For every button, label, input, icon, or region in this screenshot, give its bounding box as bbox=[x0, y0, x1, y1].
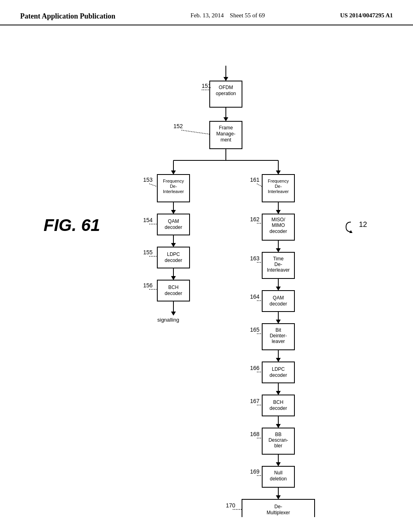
svg-marker-53 bbox=[276, 320, 281, 324]
signalling-label: signalling bbox=[157, 317, 179, 323]
svg-marker-7 bbox=[171, 170, 176, 175]
svg-text:Bit: Bit bbox=[275, 327, 282, 333]
svg-marker-36 bbox=[276, 210, 281, 214]
box-151-text2: operation bbox=[216, 91, 236, 96]
svg-text:Interleaver: Interleaver bbox=[268, 189, 289, 194]
svg-text:Deinter-: Deinter- bbox=[270, 333, 287, 339]
svg-text:MIMO: MIMO bbox=[272, 222, 285, 228]
box-151-text1: OFDM bbox=[219, 85, 233, 90]
num-162: 162 bbox=[250, 216, 260, 222]
svg-text:Descran-: Descran- bbox=[269, 437, 288, 443]
svg-marker-20 bbox=[171, 243, 176, 247]
svg-marker-25 bbox=[171, 276, 176, 280]
num-151: 151 bbox=[202, 83, 211, 89]
svg-text:MISO/: MISO/ bbox=[271, 217, 286, 222]
patent-number: US 2014/0047295 A1 bbox=[340, 12, 393, 19]
svg-text:Frequency: Frequency bbox=[268, 179, 289, 183]
pub-date: Feb. 13, 2014 bbox=[190, 12, 224, 19]
num-153: 153 bbox=[143, 177, 153, 183]
ref-12-arc bbox=[346, 222, 351, 232]
svg-marker-0 bbox=[223, 77, 228, 81]
num-163: 163 bbox=[250, 255, 260, 262]
fig-label: FIG. 61 bbox=[44, 216, 100, 235]
svg-marker-9 bbox=[276, 170, 281, 175]
svg-marker-69 bbox=[276, 424, 281, 428]
svg-text:decoder: decoder bbox=[269, 405, 287, 411]
svg-text:decoder: decoder bbox=[165, 224, 182, 230]
num-169: 169 bbox=[250, 468, 260, 475]
num-170: 170 bbox=[226, 502, 236, 509]
svg-line-5 bbox=[181, 130, 210, 134]
svg-text:deletion: deletion bbox=[270, 476, 287, 482]
svg-text:leaver: leaver bbox=[272, 339, 285, 344]
svg-text:Frequency: Frequency bbox=[163, 179, 184, 183]
svg-marker-48 bbox=[276, 287, 281, 291]
svg-marker-42 bbox=[276, 248, 281, 252]
svg-marker-64 bbox=[276, 391, 281, 395]
svg-text:decoder: decoder bbox=[269, 301, 287, 307]
svg-text:decoder: decoder bbox=[269, 372, 287, 378]
num-167: 167 bbox=[250, 398, 260, 404]
diagram-svg: FIG. 61 12 OFDM operation 151 Frame Mana… bbox=[0, 25, 413, 517]
svg-text:decoder: decoder bbox=[165, 291, 182, 296]
svg-text:Multiplexer: Multiplexer bbox=[267, 510, 290, 515]
num-165: 165 bbox=[250, 326, 260, 333]
svg-line-13 bbox=[149, 184, 157, 187]
header-center: Feb. 13, 2014 Sheet 55 of 69 bbox=[190, 12, 265, 19]
svg-text:QAM: QAM bbox=[273, 295, 284, 301]
num-164: 164 bbox=[250, 293, 260, 300]
svg-text:LDPC: LDPC bbox=[272, 366, 285, 372]
svg-text:De-: De- bbox=[274, 504, 282, 509]
svg-text:Interleaver: Interleaver bbox=[163, 189, 184, 194]
svg-text:De-: De- bbox=[274, 262, 282, 267]
svg-text:Frame: Frame bbox=[219, 125, 233, 131]
svg-line-34 bbox=[257, 184, 262, 187]
svg-marker-30 bbox=[171, 312, 176, 316]
ref-12-label: 12 bbox=[359, 220, 367, 229]
num-154: 154 bbox=[143, 217, 153, 223]
svg-text:decoder: decoder bbox=[269, 229, 287, 234]
num-161: 161 bbox=[250, 177, 260, 183]
svg-text:LDPC: LDPC bbox=[167, 251, 180, 257]
publication-title: Patent Application Publication bbox=[20, 12, 115, 21]
svg-text:Null: Null bbox=[274, 470, 283, 476]
page-header: Patent Application Publication Feb. 13, … bbox=[0, 0, 413, 25]
svg-text:bler: bler bbox=[274, 443, 282, 449]
num-155: 155 bbox=[143, 249, 153, 256]
svg-text:Interleaver: Interleaver bbox=[267, 267, 290, 273]
svg-text:BCH: BCH bbox=[273, 399, 283, 405]
svg-marker-80 bbox=[276, 495, 281, 499]
svg-marker-75 bbox=[276, 462, 281, 466]
diagram-area: FIG. 61 12 OFDM operation 151 Frame Mana… bbox=[0, 25, 413, 521]
svg-text:decoder: decoder bbox=[165, 258, 182, 263]
svg-text:Manage-: Manage- bbox=[216, 131, 235, 137]
num-168: 168 bbox=[250, 431, 260, 437]
svg-text:De-: De- bbox=[170, 184, 177, 189]
sheet-info: Sheet 55 of 69 bbox=[230, 12, 265, 19]
svg-text:Time: Time bbox=[273, 256, 284, 262]
svg-text:QAM: QAM bbox=[168, 218, 179, 224]
svg-text:BCH: BCH bbox=[168, 285, 178, 290]
svg-text:BB: BB bbox=[275, 432, 282, 437]
svg-text:ment: ment bbox=[221, 137, 232, 143]
num-166: 166 bbox=[250, 365, 260, 371]
num-152: 152 bbox=[173, 123, 183, 129]
svg-marker-1 bbox=[223, 117, 228, 121]
num-156: 156 bbox=[143, 282, 153, 289]
svg-marker-59 bbox=[276, 358, 281, 362]
svg-marker-15 bbox=[171, 210, 176, 214]
svg-text:De-: De- bbox=[275, 184, 282, 189]
